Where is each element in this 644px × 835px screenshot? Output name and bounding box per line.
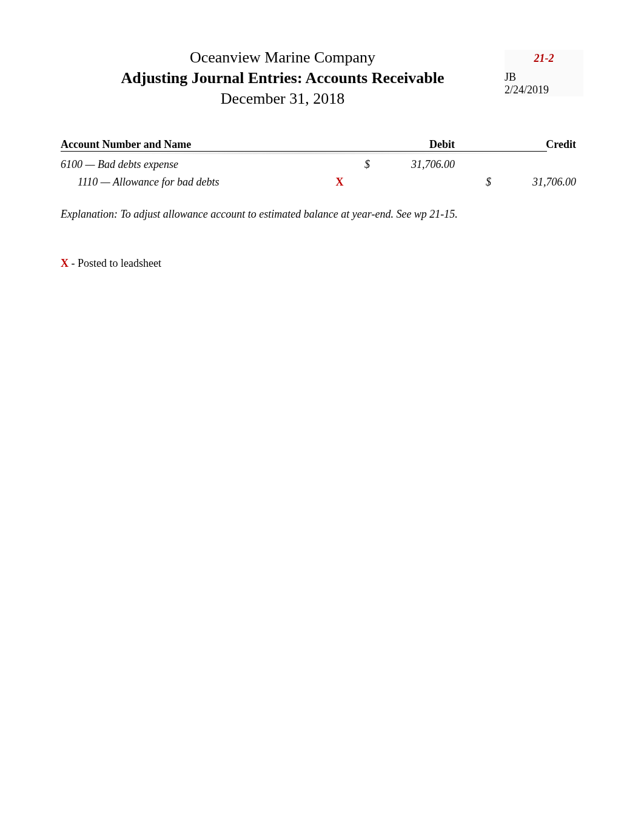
journal-entries-table: Account Number and Name Debit Credit 610… <box>61 138 583 190</box>
table-row: 1110 — Allowance for bad debts X $ 31,70… <box>61 172 583 190</box>
column-header-mark <box>327 138 352 151</box>
credit-currency: $ <box>455 176 491 189</box>
legend-text: - Posted to leadsheet <box>69 257 161 269</box>
preparation-date: 2/24/2019 <box>505 84 583 96</box>
credit-currency <box>455 158 491 171</box>
explanation-text: Explanation: To adjust allowance account… <box>61 208 583 221</box>
column-header-account: Account Number and Name <box>61 138 327 151</box>
credit-amount: 31,706.00 <box>491 176 576 189</box>
column-header-debit: Debit <box>370 138 455 151</box>
header-reference-block: 21-2 JB 2/24/2019 <box>505 49 583 96</box>
legend: X - Posted to leadsheet <box>61 257 583 270</box>
posted-mark <box>327 158 352 171</box>
preparer-initials: JB <box>505 67 583 84</box>
account-name: 6100 — Bad debts expense <box>61 158 327 171</box>
document-title: Adjusting Journal Entries: Accounts Rece… <box>61 69 505 87</box>
debit-currency <box>352 176 370 189</box>
account-name: 1110 — Allowance for bad debts <box>61 176 327 189</box>
credit-amount <box>491 158 576 171</box>
column-header-credit: Credit <box>491 138 576 151</box>
header-center: Oceanview Marine Company Adjusting Journ… <box>61 49 505 108</box>
document-date: December 31, 2018 <box>61 90 505 108</box>
legend-mark: X <box>61 257 69 269</box>
debit-amount <box>370 176 455 189</box>
posted-mark: X <box>327 176 352 189</box>
table-header-row: Account Number and Name Debit Credit <box>61 138 583 155</box>
reference-code: 21-2 <box>505 50 583 67</box>
table-row: 6100 — Bad debts expense $ 31,706.00 <box>61 155 583 172</box>
document-header: Oceanview Marine Company Adjusting Journ… <box>61 49 583 108</box>
company-name: Oceanview Marine Company <box>61 49 505 67</box>
debit-currency: $ <box>352 158 370 171</box>
debit-amount: 31,706.00 <box>370 158 455 171</box>
